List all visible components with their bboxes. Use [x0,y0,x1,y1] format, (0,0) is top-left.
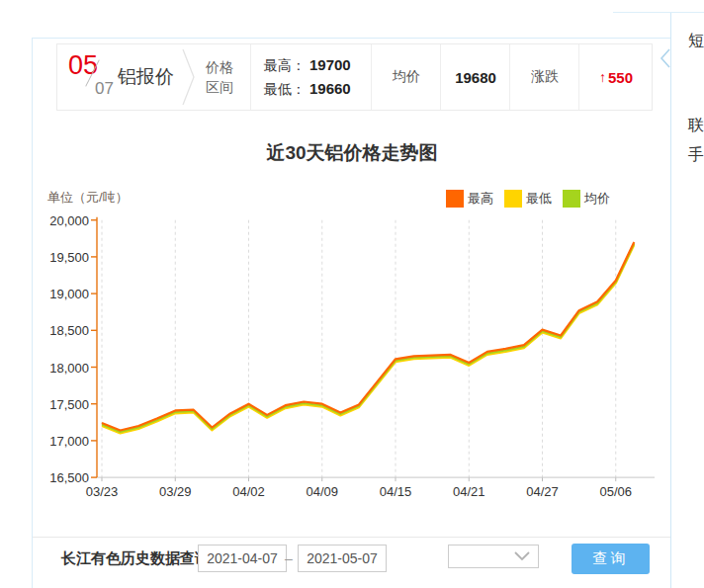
metal-select-dropdown[interactable] [448,545,539,568]
query-bar-divider [33,537,670,538]
date-from-input[interactable] [198,545,287,572]
price-trend-chart [0,0,704,588]
query-button[interactable]: 查询 [572,544,650,574]
series-line-均价 [102,244,634,433]
chevron-down-icon [514,551,530,561]
series-line-最低 [102,245,634,434]
date-range-separator: – [285,550,293,566]
date-to-input[interactable] [298,545,387,572]
